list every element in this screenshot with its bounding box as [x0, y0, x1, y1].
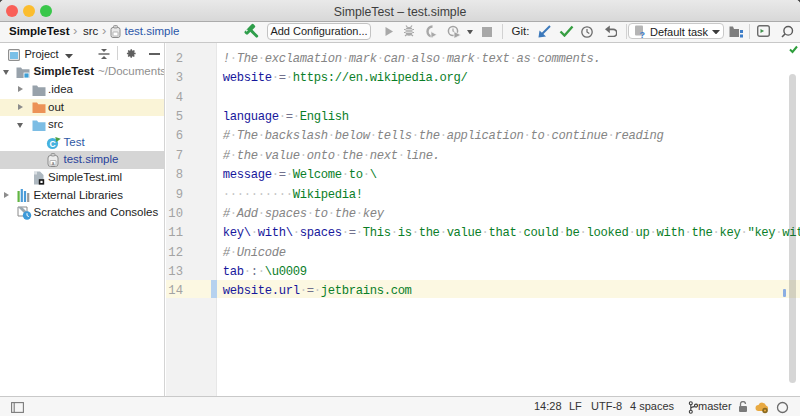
svg-text:?: ?: [640, 30, 646, 39]
svg-text:C: C: [49, 138, 55, 148]
